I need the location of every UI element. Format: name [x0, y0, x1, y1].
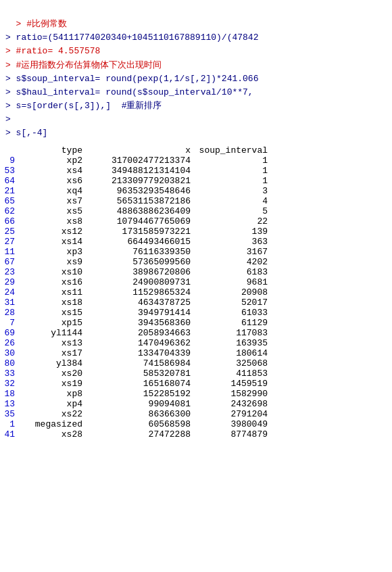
row-x: 24900809731 [85, 277, 193, 287]
row-num: 33 [0, 368, 18, 379]
row-x: 48863886236409 [85, 206, 193, 216]
table-row: 30 xs17 1334704339 180614 [0, 348, 392, 358]
row-soup: 325068 [193, 358, 268, 368]
row-type: xs7 [18, 196, 85, 206]
row-num: 32 [0, 379, 18, 389]
row-soup: 6183 [193, 267, 268, 277]
row-num: 9 [0, 156, 18, 166]
row-type: xs10 [18, 267, 85, 277]
table-row: 69 yl1144 2058934663 117083 [0, 328, 392, 338]
row-num: 64 [0, 176, 18, 186]
row-num: 26 [0, 338, 18, 348]
row-x: 152285192 [85, 389, 193, 399]
row-type: xs14 [18, 237, 85, 247]
row-x: 165168074 [85, 379, 193, 389]
row-soup: 1 [193, 156, 268, 166]
row-soup: 3980049 [193, 419, 268, 429]
table-row: 9 xp2 317002477213374 1 [0, 156, 392, 166]
row-type: xp3 [18, 247, 85, 257]
row-num: 65 [0, 196, 18, 206]
row-soup: 1459519 [193, 379, 268, 389]
line-7: > s=s[order(s[,3]),] #重新排序 [5, 101, 162, 111]
row-soup: 5 [193, 206, 268, 216]
row-soup: 1582990 [193, 389, 268, 399]
row-type: xp8 [18, 389, 85, 399]
row-num: 29 [0, 277, 18, 287]
row-x: 585320781 [85, 368, 193, 379]
line-4: > #运用指数分布估算物体下次出现时间 [5, 60, 162, 70]
line-1: > #比例常数 [16, 19, 67, 29]
line-5: > s$soup_interval= round(pexp(1,1/s[,2])… [5, 74, 258, 84]
header-type: type [18, 145, 85, 156]
row-x: 38986720806 [85, 267, 193, 277]
row-x: 213309779203821 [85, 176, 193, 186]
line-3: > #ratio= 4.557578 [5, 46, 100, 56]
row-type: xp15 [18, 318, 85, 328]
line-6: > s$haul_interval= round(s$soup_interval… [5, 87, 253, 97]
row-num: 11 [0, 247, 18, 257]
row-num: 28 [0, 308, 18, 318]
row-type: yl384 [18, 358, 85, 368]
row-soup: 22 [193, 216, 268, 227]
row-num: 23 [0, 267, 18, 277]
row-num: 62 [0, 206, 18, 216]
row-num: 66 [0, 216, 18, 227]
table-row: 21 xq4 96353293548646 3 [0, 186, 392, 196]
header-x: x [85, 145, 193, 156]
table-row: 53 xs4 349488121314104 1 [0, 166, 392, 176]
row-type: xs9 [18, 257, 85, 267]
row-x: 664493466015 [85, 237, 193, 247]
row-type: xs6 [18, 176, 85, 186]
row-type: yl1144 [18, 328, 85, 338]
row-num: 30 [0, 348, 18, 358]
row-x: 56531153872186 [85, 196, 193, 206]
table-row: 66 xs8 10794467765069 22 [0, 216, 392, 227]
table-body: 9 xp2 317002477213374 1 53 xs4 349488121… [0, 156, 392, 439]
header-rownum [0, 145, 18, 156]
table-row: 25 xs12 1731585973221 139 [0, 227, 392, 237]
console-output: > #比例常数 > ratio=(54111774020340+10451101… [0, 0, 392, 144]
row-soup: 4 [193, 196, 268, 206]
row-num: 69 [0, 328, 18, 338]
table-row: 80 yl384 741586984 325068 [0, 358, 392, 368]
table-row: 23 xs10 38986720806 6183 [0, 267, 392, 277]
table-row: 1 megasized 60568598 3980049 [0, 419, 392, 429]
table-row: 62 xs5 48863886236409 5 [0, 206, 392, 216]
row-type: megasized [18, 419, 85, 429]
table-row: 41 xs28 27472288 8774879 [0, 429, 392, 439]
row-x: 1334704339 [85, 348, 193, 358]
row-x: 11529865324 [85, 287, 193, 297]
header-soup: soup_interval [193, 145, 268, 156]
row-x: 2058934663 [85, 328, 193, 338]
table-row: 31 xs18 4634378725 52017 [0, 297, 392, 308]
row-x: 76116339350 [85, 247, 193, 257]
table-row: 27 xs14 664493466015 363 [0, 237, 392, 247]
row-x: 57365099560 [85, 257, 193, 267]
row-soup: 4202 [193, 257, 268, 267]
row-type: xs18 [18, 297, 85, 308]
row-type: xs28 [18, 429, 85, 439]
table-row: 67 xs9 57365099560 4202 [0, 257, 392, 267]
row-num: 13 [0, 399, 18, 409]
table-row: 65 xs7 56531153872186 4 [0, 196, 392, 206]
row-x: 1470496362 [85, 338, 193, 348]
row-num: 41 [0, 429, 18, 439]
row-soup: 52017 [193, 297, 268, 308]
row-soup: 1 [193, 166, 268, 176]
row-num: 7 [0, 318, 18, 328]
row-soup: 3167 [193, 247, 268, 257]
row-soup: 411853 [193, 368, 268, 379]
row-num: 67 [0, 257, 18, 267]
row-num: 24 [0, 287, 18, 297]
row-x: 3943568360 [85, 318, 193, 328]
row-x: 27472288 [85, 429, 193, 439]
row-type: xs12 [18, 227, 85, 237]
data-table: type x soup_interval [0, 145, 392, 156]
table-row: 24 xs11 11529865324 20908 [0, 287, 392, 297]
row-soup: 9681 [193, 277, 268, 287]
row-x: 10794467765069 [85, 216, 193, 227]
line-2: > ratio=(54111774020340+1045110167889110… [5, 32, 258, 43]
row-type: xp2 [18, 156, 85, 166]
row-type: xs22 [18, 409, 85, 419]
row-soup: 163935 [193, 338, 268, 348]
